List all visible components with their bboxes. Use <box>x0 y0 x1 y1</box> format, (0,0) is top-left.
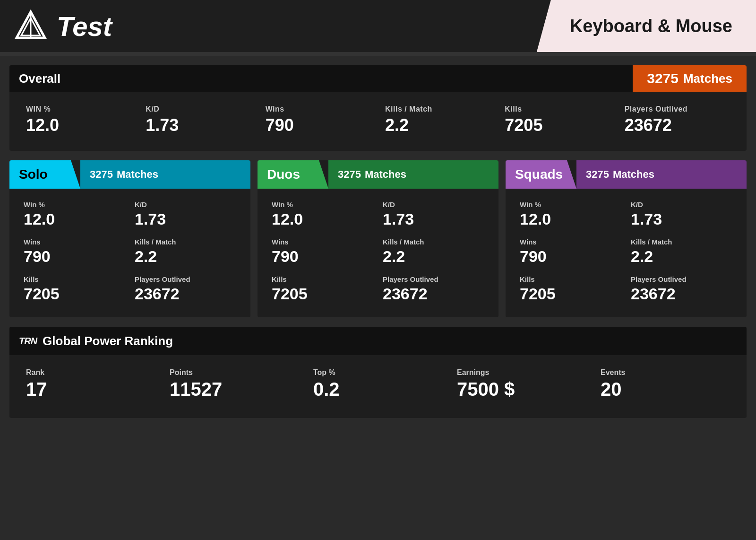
solo-matches-badge: 3275 Matches <box>80 160 250 189</box>
squads-stat-value-5: 23672 <box>631 285 732 303</box>
solo-stat-1: K/D 1.73 <box>130 196 241 233</box>
duos-header: Duos 3275 Matches <box>258 160 498 189</box>
ranking-stat-0: Rank 17 <box>19 365 163 404</box>
ranking-stat-value-0: 17 <box>26 379 155 400</box>
squads-title: Squads <box>506 160 576 189</box>
solo-matches-count: 3275 <box>90 168 113 181</box>
ranking-stat-value-4: 20 <box>601 379 730 400</box>
duos-stat-label-3: Kills / Match <box>383 238 484 246</box>
ranking-stat-label-2: Top % <box>313 368 443 377</box>
overall-section: Overall 3275 Matches WIN % 12.0 K/D 1.73… <box>9 65 747 151</box>
overall-stat-label-3: Kills / Match <box>385 105 490 113</box>
ranking-stat-value-2: 0.2 <box>313 379 443 400</box>
header-separator <box>0 52 756 56</box>
squads-stat-2: Wins 790 <box>515 233 626 270</box>
overall-stat-label-1: K/D <box>146 105 251 113</box>
overall-matches-count: 3275 <box>647 70 679 87</box>
ranking-stat-2: Top % 0.2 <box>306 365 450 404</box>
duos-stat-value-4: 7205 <box>272 285 373 303</box>
squads-stat-label-2: Wins <box>520 238 621 246</box>
duos-matches-badge: 3275 Matches <box>328 160 498 189</box>
squads-stat-label-4: Kills <box>520 275 621 283</box>
overall-stat-value-2: 790 <box>266 115 371 135</box>
overall-matches-badge: 3275 Matches <box>633 65 747 92</box>
solo-stat-3: Kills / Match 2.2 <box>130 233 241 270</box>
duos-stat-0: Win % 12.0 <box>267 196 378 233</box>
ranking-stat-label-0: Rank <box>26 368 155 377</box>
duos-stat-label-1: K/D <box>383 200 484 209</box>
overall-stat-4: Kills 7205 <box>498 101 617 139</box>
duos-title: Duos <box>258 160 328 189</box>
overall-matches-label: Matches <box>683 71 732 86</box>
solo-stats-grid: Win % 12.0 K/D 1.73 Wins 790 Kills / Mat… <box>9 189 250 317</box>
solo-stat-label-4: Kills <box>24 275 125 283</box>
ranking-stat-label-1: Points <box>170 368 299 377</box>
solo-stat-5: Players Outlived 23672 <box>130 270 241 308</box>
squads-matches-label: Matches <box>613 168 654 181</box>
duos-stat-label-2: Wins <box>272 238 373 246</box>
ranking-section: TRN Global Power Ranking Rank 17 Points … <box>9 327 747 418</box>
duos-section: Duos 3275 Matches Win % 12.0 K/D 1.73 Wi… <box>258 160 498 317</box>
overall-stat-label-5: Players Outlived <box>625 105 730 113</box>
duos-stat-4: Kills 7205 <box>267 270 378 308</box>
ranking-stat-3: Earnings 7500 $ <box>450 365 593 404</box>
overall-header: Overall 3275 Matches <box>9 65 747 92</box>
duos-stat-value-2: 790 <box>272 247 373 266</box>
solo-stat-value-1: 1.73 <box>135 210 236 228</box>
squads-stat-1: K/D 1.73 <box>626 196 737 233</box>
header-left: Test <box>0 0 537 52</box>
overall-stat-2: Wins 790 <box>258 101 378 139</box>
ranking-title: Global Power Ranking <box>43 334 173 348</box>
squads-stat-value-2: 790 <box>520 247 621 266</box>
overall-stat-value-4: 7205 <box>505 115 610 135</box>
solo-stat-value-3: 2.2 <box>135 247 236 266</box>
squads-stat-label-5: Players Outlived <box>631 275 732 283</box>
solo-stat-2: Wins 790 <box>19 233 130 270</box>
squads-stat-value-4: 7205 <box>520 285 621 303</box>
duos-stat-3: Kills / Match 2.2 <box>378 233 489 270</box>
squads-stat-value-1: 1.73 <box>631 210 732 228</box>
main-content: Overall 3275 Matches WIN % 12.0 K/D 1.73… <box>0 56 756 540</box>
ranking-stats-grid: Rank 17 Points 11527 Top % 0.2 Earnings … <box>9 355 747 418</box>
solo-stat-value-0: 12.0 <box>24 210 125 228</box>
solo-stat-label-3: Kills / Match <box>135 238 236 246</box>
overall-stat-3: Kills / Match 2.2 <box>378 101 498 139</box>
squads-stat-value-3: 2.2 <box>631 247 732 266</box>
duos-stat-label-4: Kills <box>272 275 373 283</box>
squads-stat-label-3: Kills / Match <box>631 238 732 246</box>
solo-stat-label-5: Players Outlived <box>135 275 236 283</box>
duos-matches-count: 3275 <box>338 168 361 181</box>
squads-stat-0: Win % 12.0 <box>515 196 626 233</box>
overall-stat-value-0: 12.0 <box>26 115 131 135</box>
squads-stat-4: Kills 7205 <box>515 270 626 308</box>
solo-matches-label: Matches <box>117 168 158 181</box>
page-title: Test <box>57 10 112 42</box>
solo-stat-value-2: 790 <box>24 247 125 266</box>
solo-stat-label-2: Wins <box>24 238 125 246</box>
ranking-stat-label-3: Earnings <box>457 368 586 377</box>
overall-stat-label-4: Kills <box>505 105 610 113</box>
duos-stat-label-5: Players Outlived <box>383 275 484 283</box>
overall-stats-grid: WIN % 12.0 K/D 1.73 Wins 790 Kills / Mat… <box>9 92 747 151</box>
squads-stat-value-0: 12.0 <box>520 210 621 228</box>
duos-stat-value-1: 1.73 <box>383 210 484 228</box>
input-type-label: Keyboard & Mouse <box>560 16 732 36</box>
ranking-stat-4: Events 20 <box>593 365 737 404</box>
app-header: Test Keyboard & Mouse <box>0 0 756 52</box>
duos-stats-grid: Win % 12.0 K/D 1.73 Wins 790 Kills / Mat… <box>258 189 498 317</box>
overall-stat-1: K/D 1.73 <box>138 101 258 139</box>
solo-stat-label-1: K/D <box>135 200 236 209</box>
squads-header: Squads 3275 Matches <box>506 160 747 189</box>
ranking-stat-value-1: 11527 <box>170 379 299 400</box>
overall-title: Overall <box>9 65 633 92</box>
modes-row: Solo 3275 Matches Win % 12.0 K/D 1.73 Wi… <box>9 160 747 317</box>
squads-section: Squads 3275 Matches Win % 12.0 K/D 1.73 … <box>506 160 747 317</box>
overall-stat-0: WIN % 12.0 <box>19 101 138 139</box>
app-logo-icon <box>14 9 47 43</box>
ranking-stat-1: Points 11527 <box>163 365 306 404</box>
solo-header: Solo 3275 Matches <box>9 160 250 189</box>
overall-stat-value-3: 2.2 <box>385 115 490 135</box>
solo-title: Solo <box>9 160 80 189</box>
ranking-stat-label-4: Events <box>601 368 730 377</box>
overall-stat-value-5: 23672 <box>625 115 730 135</box>
